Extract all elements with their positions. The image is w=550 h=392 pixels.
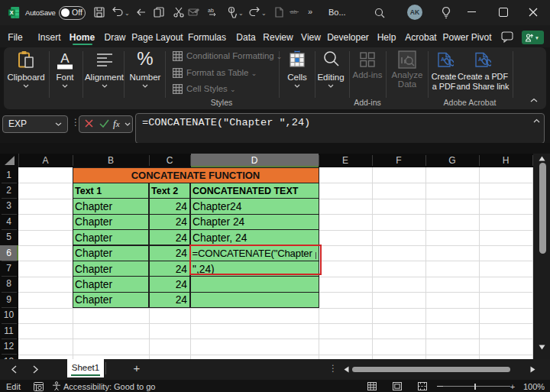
svg-text:ab: ab [208,8,214,13]
svg-text:X: X [10,9,14,16]
svg-text:A: A [60,51,70,66]
